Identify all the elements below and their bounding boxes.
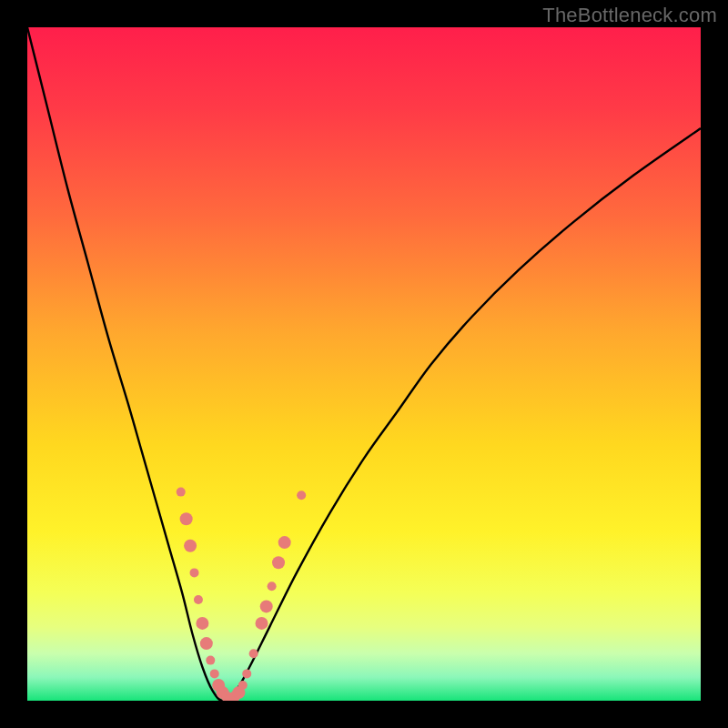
marker-dot (210, 669, 219, 678)
marker-dot (196, 617, 208, 630)
bottleneck-chart (27, 27, 701, 701)
marker-dot (297, 490, 306, 500)
marker-dot (249, 649, 258, 658)
marker-dot (242, 669, 251, 678)
marker-dot (194, 595, 203, 604)
marker-dot (256, 617, 268, 630)
marker-dot (272, 556, 285, 569)
chart-frame: TheBottleneck.com (0, 0, 728, 728)
marker-dot (190, 568, 199, 577)
marker-dot (268, 581, 277, 591)
marker-dot (180, 512, 193, 525)
marker-dot (206, 656, 215, 665)
marker-dot (278, 536, 291, 549)
plot-area (27, 27, 701, 701)
watermark-text: TheBottleneck.com (542, 4, 717, 27)
marker-dot (200, 637, 213, 650)
gradient-background (27, 27, 701, 701)
marker-dot (260, 600, 273, 612)
marker-dot (238, 681, 248, 690)
marker-dot (177, 488, 186, 497)
marker-dot (184, 540, 197, 552)
